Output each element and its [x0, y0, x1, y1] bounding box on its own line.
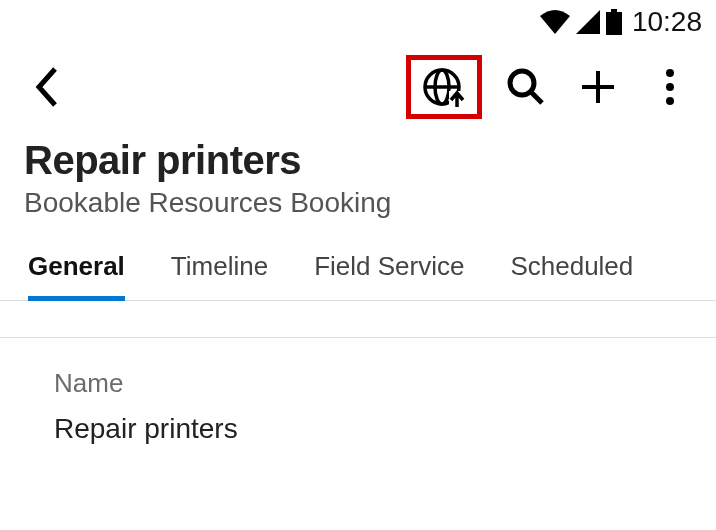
battery-icon [606, 9, 622, 35]
field-name-label: Name [54, 368, 662, 399]
svg-line-7 [531, 92, 542, 103]
tab-general[interactable]: General [28, 237, 125, 300]
field-name[interactable]: Name Repair printers [0, 368, 716, 445]
status-icons [540, 9, 622, 35]
app-bar [0, 44, 716, 130]
tabs: General Timeline Field Service Scheduled [0, 237, 716, 301]
globe-upload-button[interactable] [422, 65, 466, 109]
page-title: Repair printers [24, 138, 692, 183]
svg-point-11 [666, 83, 674, 91]
back-button[interactable] [10, 55, 82, 119]
page-subtitle: Bookable Resources Booking [24, 187, 692, 219]
add-button[interactable] [562, 55, 634, 119]
wifi-icon [540, 10, 570, 34]
form-list: Name Repair printers [0, 301, 716, 445]
tab-timeline[interactable]: Timeline [171, 237, 268, 300]
more-button[interactable] [634, 55, 706, 119]
cell-signal-icon [576, 10, 600, 34]
svg-rect-0 [611, 9, 617, 12]
svg-rect-1 [606, 12, 622, 35]
search-button[interactable] [490, 55, 562, 119]
field-name-value: Repair printers [54, 413, 662, 445]
page-header: Repair printers Bookable Resources Booki… [0, 130, 716, 237]
svg-point-6 [510, 71, 534, 95]
status-time: 10:28 [632, 6, 702, 38]
svg-point-10 [666, 69, 674, 77]
search-icon [506, 67, 546, 107]
chevron-left-icon [33, 67, 59, 107]
tab-field-service[interactable]: Field Service [314, 237, 464, 300]
tab-scheduled[interactable]: Scheduled [510, 237, 633, 300]
svg-point-12 [666, 97, 674, 105]
highlighted-action [406, 55, 482, 119]
more-vertical-icon [665, 67, 675, 107]
plus-icon [578, 67, 618, 107]
status-bar: 10:28 [0, 0, 716, 44]
globe-upload-icon [422, 65, 466, 109]
